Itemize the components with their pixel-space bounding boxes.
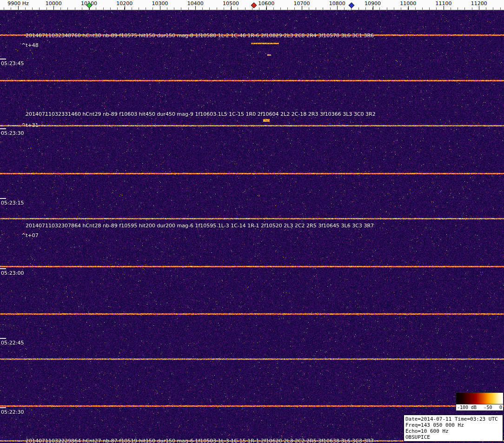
detection-annotation: 20140711032331460 hCnt29 nb-89 f10603 hi… (26, 111, 376, 117)
detection-annotation: 20140711032307864 hCnt28 nb-89 f10595 hi… (26, 223, 374, 229)
event-time-offset: ^t+48 (21, 42, 39, 48)
event-time-offset: ^t+31 (21, 122, 39, 128)
detection-annotation: 20140711032348760 hCnt30 nb-89 f10575 hi… (26, 33, 374, 39)
time-tick (0, 407, 6, 408)
spectrogram-window: 9900 Hz100001010010200103001040010500106… (0, 0, 504, 443)
color-scale-bar (456, 392, 504, 404)
time-tick (0, 59, 6, 60)
time-label: 05:23:45 (1, 60, 24, 66)
db-scale-legend: -100 dB -50 0 (456, 392, 504, 411)
event-time-offset: ^t+07 (21, 232, 39, 238)
time-label: 05:22:30 (1, 409, 24, 415)
scale-mid-label: -50 (484, 405, 492, 410)
time-tick (0, 338, 6, 339)
detection-annotation: 20140711032229864 hCnt27 nb-87 f10519 hi… (26, 438, 374, 443)
time-label: 05:22:45 (1, 340, 24, 346)
time-tick (0, 128, 6, 129)
scale-min-label: -100 dB (457, 405, 477, 410)
scale-max-label: 0 (499, 405, 502, 410)
time-tick (0, 268, 6, 269)
overlay-layer: 05:23:4505:23:3005:23:1505:23:0005:22:45… (0, 0, 504, 443)
color-scale-labels: -100 dB -50 0 (456, 404, 504, 411)
time-label: 05:23:00 (1, 270, 24, 276)
info-echo-frequency: Echo=10 600 Hz (405, 428, 501, 434)
station-info-box: Date=2014-07-11 Time=03:23 UTC Freq=143 … (404, 415, 503, 442)
time-label: 05:23:15 (1, 200, 24, 206)
info-station-name: OBSUPICE (405, 434, 501, 440)
info-date-time: Date=2014-07-11 Time=03:23 UTC (405, 416, 501, 422)
info-frequency: Freq=143 050 000 Hz (405, 422, 501, 428)
time-tick (0, 198, 6, 199)
time-label: 05:23:30 (1, 130, 24, 136)
